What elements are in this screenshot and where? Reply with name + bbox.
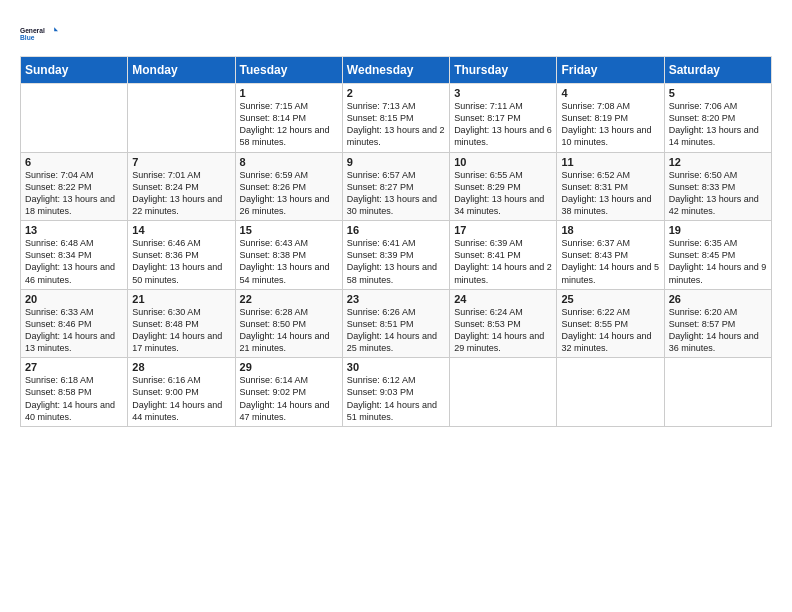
day-info: Sunrise: 6:22 AM Sunset: 8:55 PM Dayligh… — [561, 306, 659, 355]
calendar-cell: 22Sunrise: 6:28 AM Sunset: 8:50 PM Dayli… — [235, 289, 342, 358]
day-number: 22 — [240, 293, 338, 305]
calendar-cell: 18Sunrise: 6:37 AM Sunset: 8:43 PM Dayli… — [557, 221, 664, 290]
day-number: 6 — [25, 156, 123, 168]
svg-text:Blue: Blue — [20, 34, 35, 41]
day-number: 20 — [25, 293, 123, 305]
day-info: Sunrise: 7:08 AM Sunset: 8:19 PM Dayligh… — [561, 100, 659, 149]
day-number: 30 — [347, 361, 445, 373]
calendar-cell: 20Sunrise: 6:33 AM Sunset: 8:46 PM Dayli… — [21, 289, 128, 358]
day-info: Sunrise: 6:50 AM Sunset: 8:33 PM Dayligh… — [669, 169, 767, 218]
weekday-thursday: Thursday — [450, 57, 557, 84]
weekday-wednesday: Wednesday — [342, 57, 449, 84]
day-info: Sunrise: 6:55 AM Sunset: 8:29 PM Dayligh… — [454, 169, 552, 218]
svg-text:General: General — [20, 27, 45, 34]
calendar-cell: 9Sunrise: 6:57 AM Sunset: 8:27 PM Daylig… — [342, 152, 449, 221]
day-info: Sunrise: 6:39 AM Sunset: 8:41 PM Dayligh… — [454, 237, 552, 286]
calendar-cell: 30Sunrise: 6:12 AM Sunset: 9:03 PM Dayli… — [342, 358, 449, 427]
week-row-1: 1Sunrise: 7:15 AM Sunset: 8:14 PM Daylig… — [21, 84, 772, 153]
logo: General Blue — [20, 18, 58, 50]
calendar-cell: 14Sunrise: 6:46 AM Sunset: 8:36 PM Dayli… — [128, 221, 235, 290]
calendar-cell: 6Sunrise: 7:04 AM Sunset: 8:22 PM Daylig… — [21, 152, 128, 221]
day-number: 24 — [454, 293, 552, 305]
day-info: Sunrise: 6:35 AM Sunset: 8:45 PM Dayligh… — [669, 237, 767, 286]
day-number: 8 — [240, 156, 338, 168]
day-info: Sunrise: 6:33 AM Sunset: 8:46 PM Dayligh… — [25, 306, 123, 355]
day-info: Sunrise: 6:28 AM Sunset: 8:50 PM Dayligh… — [240, 306, 338, 355]
calendar-cell: 26Sunrise: 6:20 AM Sunset: 8:57 PM Dayli… — [664, 289, 771, 358]
day-number: 28 — [132, 361, 230, 373]
calendar-cell: 25Sunrise: 6:22 AM Sunset: 8:55 PM Dayli… — [557, 289, 664, 358]
day-info: Sunrise: 6:12 AM Sunset: 9:03 PM Dayligh… — [347, 374, 445, 423]
calendar-cell: 7Sunrise: 7:01 AM Sunset: 8:24 PM Daylig… — [128, 152, 235, 221]
day-info: Sunrise: 6:14 AM Sunset: 9:02 PM Dayligh… — [240, 374, 338, 423]
week-row-5: 27Sunrise: 6:18 AM Sunset: 8:58 PM Dayli… — [21, 358, 772, 427]
weekday-monday: Monday — [128, 57, 235, 84]
week-row-4: 20Sunrise: 6:33 AM Sunset: 8:46 PM Dayli… — [21, 289, 772, 358]
calendar-cell — [450, 358, 557, 427]
calendar-cell: 16Sunrise: 6:41 AM Sunset: 8:39 PM Dayli… — [342, 221, 449, 290]
weekday-tuesday: Tuesday — [235, 57, 342, 84]
calendar-cell — [128, 84, 235, 153]
day-number: 11 — [561, 156, 659, 168]
day-info: Sunrise: 6:43 AM Sunset: 8:38 PM Dayligh… — [240, 237, 338, 286]
day-number: 5 — [669, 87, 767, 99]
calendar-cell: 2Sunrise: 7:13 AM Sunset: 8:15 PM Daylig… — [342, 84, 449, 153]
day-info: Sunrise: 6:24 AM Sunset: 8:53 PM Dayligh… — [454, 306, 552, 355]
calendar-cell — [557, 358, 664, 427]
day-info: Sunrise: 6:41 AM Sunset: 8:39 PM Dayligh… — [347, 237, 445, 286]
calendar-cell: 21Sunrise: 6:30 AM Sunset: 8:48 PM Dayli… — [128, 289, 235, 358]
day-number: 14 — [132, 224, 230, 236]
calendar-cell: 4Sunrise: 7:08 AM Sunset: 8:19 PM Daylig… — [557, 84, 664, 153]
calendar: SundayMondayTuesdayWednesdayThursdayFrid… — [20, 56, 772, 427]
day-info: Sunrise: 6:57 AM Sunset: 8:27 PM Dayligh… — [347, 169, 445, 218]
day-number: 25 — [561, 293, 659, 305]
day-info: Sunrise: 6:46 AM Sunset: 8:36 PM Dayligh… — [132, 237, 230, 286]
day-info: Sunrise: 7:06 AM Sunset: 8:20 PM Dayligh… — [669, 100, 767, 149]
day-info: Sunrise: 6:16 AM Sunset: 9:00 PM Dayligh… — [132, 374, 230, 423]
calendar-cell: 3Sunrise: 7:11 AM Sunset: 8:17 PM Daylig… — [450, 84, 557, 153]
calendar-cell: 17Sunrise: 6:39 AM Sunset: 8:41 PM Dayli… — [450, 221, 557, 290]
day-number: 3 — [454, 87, 552, 99]
day-info: Sunrise: 6:37 AM Sunset: 8:43 PM Dayligh… — [561, 237, 659, 286]
calendar-cell: 27Sunrise: 6:18 AM Sunset: 8:58 PM Dayli… — [21, 358, 128, 427]
calendar-cell: 12Sunrise: 6:50 AM Sunset: 8:33 PM Dayli… — [664, 152, 771, 221]
week-row-3: 13Sunrise: 6:48 AM Sunset: 8:34 PM Dayli… — [21, 221, 772, 290]
calendar-cell: 13Sunrise: 6:48 AM Sunset: 8:34 PM Dayli… — [21, 221, 128, 290]
weekday-saturday: Saturday — [664, 57, 771, 84]
day-number: 16 — [347, 224, 445, 236]
day-number: 21 — [132, 293, 230, 305]
calendar-body: 1Sunrise: 7:15 AM Sunset: 8:14 PM Daylig… — [21, 84, 772, 427]
calendar-cell: 1Sunrise: 7:15 AM Sunset: 8:14 PM Daylig… — [235, 84, 342, 153]
day-number: 18 — [561, 224, 659, 236]
calendar-cell: 19Sunrise: 6:35 AM Sunset: 8:45 PM Dayli… — [664, 221, 771, 290]
day-info: Sunrise: 6:20 AM Sunset: 8:57 PM Dayligh… — [669, 306, 767, 355]
calendar-cell — [664, 358, 771, 427]
calendar-cell: 15Sunrise: 6:43 AM Sunset: 8:38 PM Dayli… — [235, 221, 342, 290]
day-number: 10 — [454, 156, 552, 168]
day-number: 27 — [25, 361, 123, 373]
calendar-cell — [21, 84, 128, 153]
logo-svg: General Blue — [20, 18, 58, 50]
day-number: 13 — [25, 224, 123, 236]
page: General Blue SundayMondayTuesdayWednesda… — [0, 0, 792, 437]
day-info: Sunrise: 6:59 AM Sunset: 8:26 PM Dayligh… — [240, 169, 338, 218]
day-info: Sunrise: 7:15 AM Sunset: 8:14 PM Dayligh… — [240, 100, 338, 149]
day-number: 29 — [240, 361, 338, 373]
calendar-cell: 23Sunrise: 6:26 AM Sunset: 8:51 PM Dayli… — [342, 289, 449, 358]
day-info: Sunrise: 6:30 AM Sunset: 8:48 PM Dayligh… — [132, 306, 230, 355]
day-info: Sunrise: 7:01 AM Sunset: 8:24 PM Dayligh… — [132, 169, 230, 218]
day-number: 2 — [347, 87, 445, 99]
week-row-2: 6Sunrise: 7:04 AM Sunset: 8:22 PM Daylig… — [21, 152, 772, 221]
day-info: Sunrise: 7:13 AM Sunset: 8:15 PM Dayligh… — [347, 100, 445, 149]
day-number: 12 — [669, 156, 767, 168]
day-info: Sunrise: 6:26 AM Sunset: 8:51 PM Dayligh… — [347, 306, 445, 355]
day-number: 9 — [347, 156, 445, 168]
day-info: Sunrise: 7:04 AM Sunset: 8:22 PM Dayligh… — [25, 169, 123, 218]
weekday-header-row: SundayMondayTuesdayWednesdayThursdayFrid… — [21, 57, 772, 84]
day-number: 23 — [347, 293, 445, 305]
calendar-cell: 5Sunrise: 7:06 AM Sunset: 8:20 PM Daylig… — [664, 84, 771, 153]
calendar-cell: 29Sunrise: 6:14 AM Sunset: 9:02 PM Dayli… — [235, 358, 342, 427]
day-number: 15 — [240, 224, 338, 236]
day-number: 1 — [240, 87, 338, 99]
calendar-cell: 24Sunrise: 6:24 AM Sunset: 8:53 PM Dayli… — [450, 289, 557, 358]
